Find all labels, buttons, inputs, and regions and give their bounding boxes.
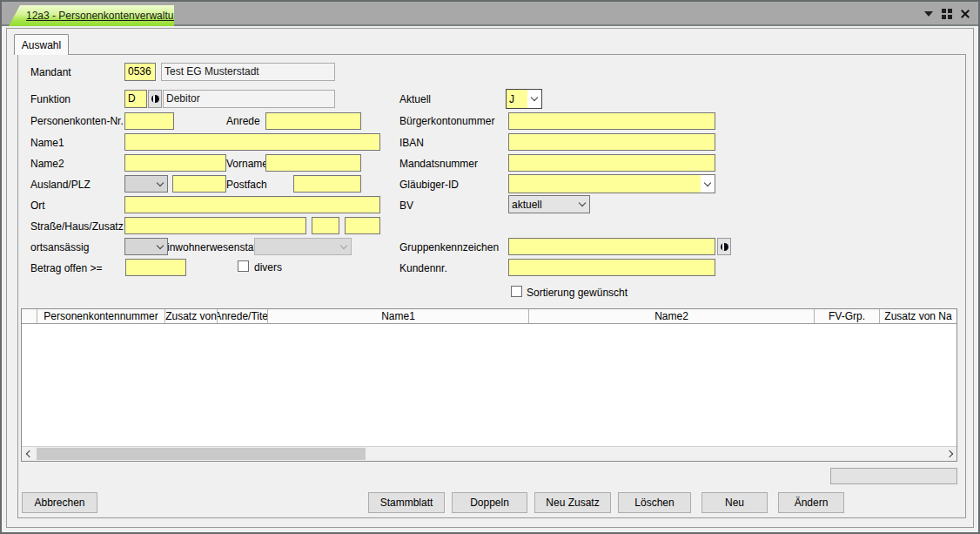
scroll-right-button[interactable] bbox=[942, 447, 957, 461]
betrag-offen-field[interactable] bbox=[125, 259, 186, 276]
tile-windows-icon[interactable] bbox=[942, 9, 952, 19]
name2-label: Name2 bbox=[30, 158, 64, 170]
sortierung-checkbox[interactable] bbox=[511, 286, 522, 297]
personenkonten-nr-label: Personenkonten-Nr. bbox=[30, 115, 124, 127]
gruppenkennzeichen-info-button[interactable] bbox=[717, 238, 731, 255]
document-tab-close-icon[interactable] bbox=[185, 11, 193, 20]
name2-field[interactable] bbox=[124, 154, 226, 172]
mandant-label: Mandant bbox=[30, 66, 71, 78]
divers-label: divers bbox=[254, 261, 282, 274]
column-header-zusatz-von-name[interactable]: Zusatz von Na bbox=[880, 309, 957, 323]
column-header-selector[interactable] bbox=[22, 309, 37, 323]
gruppenkennzeichen-field[interactable] bbox=[508, 238, 715, 255]
einwohnerwesenstatus-value bbox=[255, 239, 337, 254]
chevron-down-icon[interactable] bbox=[924, 11, 933, 17]
gruppenkennzeichen-label: Gruppenkennzeichen bbox=[399, 241, 499, 253]
bv-label: BV bbox=[399, 199, 413, 212]
anrede-label: Anrede bbox=[226, 115, 260, 127]
info-icon bbox=[151, 95, 159, 103]
status-progress-box bbox=[830, 468, 957, 484]
personenkonten-nr-field[interactable] bbox=[124, 112, 174, 130]
name1-label: Name1 bbox=[30, 137, 64, 149]
funktion-code-field[interactable]: D bbox=[124, 90, 147, 108]
postfach-field[interactable] bbox=[293, 175, 361, 193]
aktuell-value: J bbox=[507, 90, 527, 108]
funktion-name-field: Debitor bbox=[163, 90, 335, 108]
strasse-haus-zusatz-label: Straße/Haus/Zusatz bbox=[30, 220, 124, 233]
bv-value: aktuell bbox=[509, 196, 575, 213]
mandant-code-field[interactable]: 0536 bbox=[124, 63, 156, 81]
divers-checkbox[interactable] bbox=[238, 260, 249, 272]
bv-select[interactable]: aktuell bbox=[508, 195, 590, 213]
document-tab-label: 12a3 - Personenkontenverwaltu... bbox=[26, 10, 182, 22]
tab-auswahl[interactable]: Auswahl bbox=[14, 34, 69, 55]
vorname-label: Vorname bbox=[226, 158, 268, 170]
chevron-down-icon[interactable] bbox=[153, 239, 167, 254]
column-header-name2[interactable]: Name2 bbox=[529, 309, 815, 323]
window-controls bbox=[924, 9, 970, 19]
results-table-header: Personenkontennummer Zusatz von Anrede/T… bbox=[22, 309, 957, 324]
ausland-value bbox=[125, 176, 153, 192]
buergerkontonummer-field[interactable] bbox=[508, 112, 715, 130]
aktuell-select[interactable]: J bbox=[506, 89, 542, 109]
column-header-zusatz-von[interactable]: Zusatz von bbox=[165, 309, 218, 323]
glaeubiger-id-select[interactable] bbox=[508, 174, 715, 193]
info-icon bbox=[721, 243, 728, 251]
stammblatt-button[interactable]: Stammblatt bbox=[368, 492, 445, 513]
kundennr-field[interactable] bbox=[508, 259, 715, 276]
tab-auswahl-label: Auswahl bbox=[22, 39, 61, 51]
strasse-field[interactable] bbox=[124, 217, 306, 234]
ausland-select[interactable] bbox=[124, 175, 168, 193]
glaeubiger-id-value bbox=[509, 175, 701, 193]
chevron-down-icon[interactable] bbox=[153, 176, 167, 192]
iban-field[interactable] bbox=[508, 133, 715, 151]
close-icon[interactable] bbox=[961, 10, 970, 18]
name1-field[interactable] bbox=[124, 133, 380, 151]
chevron-down-icon[interactable] bbox=[527, 90, 541, 108]
ort-label: Ort bbox=[30, 199, 45, 212]
betrag-offen-label: Betrag offen >= bbox=[30, 262, 103, 274]
sortierung-label: Sortierung gewünscht bbox=[527, 287, 628, 299]
column-header-fv-grp[interactable]: FV-Grp. bbox=[815, 309, 880, 323]
ort-field[interactable] bbox=[124, 196, 380, 213]
funktion-info-button[interactable] bbox=[148, 90, 162, 108]
zusatz-field[interactable] bbox=[345, 217, 380, 234]
aktuell-label: Aktuell bbox=[399, 93, 431, 105]
mandant-name-field: Test EG Musterstadt bbox=[161, 63, 335, 81]
plz-field[interactable] bbox=[172, 175, 226, 193]
chevron-right-icon bbox=[945, 450, 952, 457]
abbrechen-button[interactable]: Abbrechen bbox=[22, 492, 97, 513]
neu-zusatz-button[interactable]: Neu Zusatz bbox=[534, 492, 611, 513]
chevron-down-icon[interactable] bbox=[575, 196, 589, 213]
einwohnerwesenstatus-label: Einwohnerwesenstatus bbox=[160, 241, 267, 253]
app-window: 12a3 - Personenkontenverwaltu... Auswahl… bbox=[0, 0, 980, 534]
column-header-name1[interactable]: Name1 bbox=[268, 309, 529, 323]
neu-button[interactable]: Neu bbox=[701, 492, 768, 513]
aendern-button[interactable]: Ändern bbox=[778, 492, 844, 513]
kundennr-label: Kundennr. bbox=[399, 262, 447, 274]
ortsansaessig-select[interactable] bbox=[124, 238, 168, 255]
vorname-field[interactable] bbox=[265, 154, 361, 172]
ausland-plz-label: Ausland/PLZ bbox=[30, 179, 91, 191]
haus-field[interactable] bbox=[312, 217, 339, 234]
doppeln-button[interactable]: Doppeln bbox=[452, 492, 527, 513]
buergerkontonummer-label: Bürgerkontonummer bbox=[399, 115, 494, 127]
document-tab[interactable]: 12a3 - Personenkontenverwaltu... bbox=[9, 5, 174, 26]
results-table-body[interactable] bbox=[22, 324, 957, 446]
mandatsnummer-field[interactable] bbox=[508, 154, 715, 172]
einwohnerwesenstatus-select bbox=[254, 238, 352, 255]
results-table: Personenkontennummer Zusatz von Anrede/T… bbox=[21, 308, 957, 462]
iban-label: IBAN bbox=[399, 137, 424, 149]
chevron-down-icon[interactable] bbox=[701, 175, 715, 193]
column-header-personenkontennummer[interactable]: Personenkontennummer bbox=[37, 309, 165, 323]
anrede-field[interactable] bbox=[265, 112, 361, 130]
mandatsnummer-label: Mandatsnummer bbox=[399, 158, 478, 170]
scrollbar-thumb[interactable] bbox=[37, 448, 366, 460]
loeschen-button[interactable]: Löschen bbox=[618, 492, 691, 513]
horizontal-scrollbar[interactable] bbox=[22, 446, 957, 461]
column-header-anrede-titel[interactable]: Anrede/Titel bbox=[218, 309, 268, 323]
scroll-left-button[interactable] bbox=[22, 447, 37, 461]
ortsansaessig-label: ortsansässig bbox=[30, 241, 89, 253]
chevron-down-icon bbox=[337, 239, 351, 254]
funktion-label: Funktion bbox=[30, 93, 70, 105]
